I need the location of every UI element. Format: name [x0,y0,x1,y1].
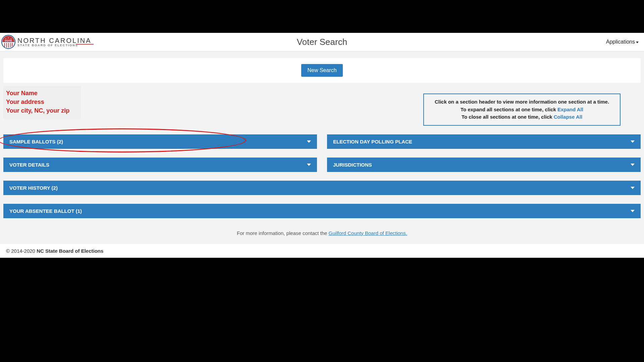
content-area: New Search Your Name Your address Your c… [0,58,644,244]
svg-point-5 [11,39,11,39]
hint-line-1: Click on a section header to view more i… [431,98,613,106]
panel-absentee-ballot[interactable]: YOUR ABSENTEE BALLOT (1) [3,204,641,218]
panel-label: ELECTION DAY POLLING PLACE [333,139,412,144]
panel-voter-history[interactable]: VOTER HISTORY (2) [3,181,641,195]
voter-info-block: Your Name Your address Your city, NC, yo… [3,86,81,119]
chevron-down-icon [631,187,635,189]
panel-label: YOUR ABSENTEE BALLOT (1) [9,208,82,214]
panel-label: JURISDICTIONS [333,162,372,168]
panel-label: SAMPLE BALLOTS (2) [9,139,63,144]
panel-voter-details[interactable]: VOTER DETAILS [3,158,317,172]
more-info-line: For more information, please contact the… [3,227,641,244]
expand-all-link[interactable]: Expand All [557,107,583,112]
instructions-box: Click on a section header to view more i… [423,94,621,126]
county-board-link[interactable]: Guilford County Board of Elections. [329,230,407,236]
voter-meta-row: Your Name Your address Your city, NC, yo… [3,86,641,126]
vote-seal-icon: VOTE [1,35,15,49]
voter-address: Your address [6,98,78,106]
logo-title: NORTH CAROLINA [17,37,92,44]
panel-label: VOTER HISTORY (2) [9,185,58,191]
svg-text:VOTE: VOTE [5,39,12,42]
copyright-text: © 2014-2020 [6,248,37,254]
caret-down-icon [636,42,639,43]
svg-point-3 [5,39,6,39]
svg-point-4 [8,38,9,38]
applications-label: Applications [606,39,635,45]
new-search-button[interactable]: New Search [301,64,342,77]
panel-label: VOTER DETAILS [9,162,49,168]
voter-city-line: Your city, NC, your zip [6,106,78,115]
chevron-down-icon [631,164,635,166]
page-footer: © 2014-2020 NC State Board of Elections [0,244,644,258]
chevron-down-icon [307,140,311,143]
collapse-all-link[interactable]: Collapse All [554,114,582,120]
panel-polling-place[interactable]: ELECTION DAY POLLING PLACE [327,134,641,149]
chevron-down-icon [307,164,311,166]
search-action-bar: New Search [3,58,641,83]
logo-accent-line [76,44,94,45]
hint-line-3: To close all sections at one time, click… [431,113,613,121]
chevron-down-icon [631,140,635,143]
panels-container: SAMPLE BALLOTS (2) ELECTION DAY POLLING … [3,134,641,218]
page-title: Voter Search [297,37,347,47]
chevron-down-icon [631,210,635,212]
hint-line-2: To expand all sections at one time, clic… [431,106,613,114]
top-nav-bar: VOTE NORTH CAROLINA STATE BOARD OF ELECT… [0,33,644,51]
panel-sample-ballots[interactable]: SAMPLE BALLOTS (2) [3,134,317,149]
applications-dropdown[interactable]: Applications [606,39,639,45]
panel-jurisdictions[interactable]: JURISDICTIONS [327,158,641,172]
footer-org: NC State Board of Elections [37,248,103,254]
site-logo[interactable]: VOTE NORTH CAROLINA STATE BOARD OF ELECT… [1,35,92,49]
page-container: VOTE NORTH CAROLINA STATE BOARD OF ELECT… [0,33,644,258]
voter-name: Your Name [6,89,78,98]
